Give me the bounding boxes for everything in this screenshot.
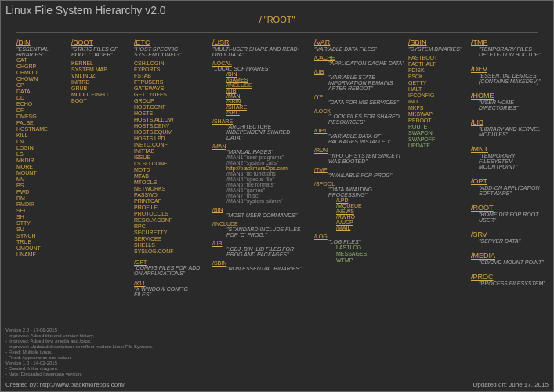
list-item: /UUCP xyxy=(336,220,404,225)
sbin-desc: "SYSTEM BINARIES" xyxy=(408,46,463,52)
list-item: HOSTS.ALLOW xyxy=(134,117,201,123)
usr-lib-label: /LIB xyxy=(212,241,306,246)
usr-share-label: /SHARE xyxy=(212,118,306,124)
list-item: IFCONFIG xyxy=(408,93,463,99)
list-item: TRUE xyxy=(16,239,63,245)
col-var: /VAR "VARIABLE DATA FILES" /CACHE"APPLIC… xyxy=(314,38,404,263)
list-item: /MAN1 "user programs" xyxy=(226,154,306,160)
var-lock-label: /LOCK xyxy=(314,108,404,114)
list-item: CP xyxy=(16,82,63,89)
boot-desc: "STATIC FILES OF BOOT LOADER" xyxy=(71,46,126,57)
list-item: /LIB xyxy=(226,88,306,93)
list-item: GRUB xyxy=(71,85,126,92)
col-sbin: /SBIN "SYSTEM BINARIES" FASTBOOTFASTHALT… xyxy=(408,38,463,149)
list-item: SWAPON xyxy=(408,130,463,136)
list-item: INIT xyxy=(408,99,463,105)
var-label: /VAR xyxy=(314,38,404,46)
list-item: GROUP xyxy=(134,98,201,104)
var-tmp-label: /TMP xyxy=(314,167,404,172)
list-item: MESSAGES xyxy=(336,251,404,257)
list-item: HOSTNAME xyxy=(16,126,63,132)
boot-label: /BOOT xyxy=(71,38,126,46)
side-home-label: /HOME xyxy=(471,92,549,100)
list-item: /MAN5 "file formats" xyxy=(226,182,306,187)
bin-label: /BIN xyxy=(16,38,63,46)
list-item: PRINTCAP xyxy=(134,198,201,205)
list-item: MKFS xyxy=(408,105,463,111)
list-item: DF xyxy=(16,107,63,114)
list-item: /SBIN xyxy=(226,99,306,104)
list-item: PROFILE xyxy=(134,205,201,211)
list-item: WTMP xyxy=(336,257,404,263)
side-mnt-label: /MNT xyxy=(471,145,549,153)
side-dev-label: /DEV xyxy=(471,65,549,73)
list-item: MTAB xyxy=(134,173,201,180)
var-lib-label: /LIB xyxy=(314,69,404,74)
list-item: /MAN7 "misc" xyxy=(226,193,306,198)
list-item: FASTBOOT xyxy=(408,55,463,61)
usr-bin-label: /BIN xyxy=(212,207,306,212)
side-lib-label: /LIB xyxy=(471,118,549,126)
list-item: CHMOD xyxy=(16,70,63,76)
list-item: UPDATE xyxy=(408,143,463,149)
list-item: HOST.CONF xyxy=(134,104,201,111)
list-item: DMESG xyxy=(16,114,63,120)
var-spool-label: /SPOOL xyxy=(314,181,404,187)
col-etc: /ETC "HOST SPECIFIC SYSTEM CONFIG" CSH.L… xyxy=(134,38,201,297)
list-item: /GAMES xyxy=(226,77,306,82)
list-item: GETTY xyxy=(408,80,463,86)
etc-opt-label: /OPT xyxy=(134,260,201,265)
list-item: SYNCH xyxy=(16,233,63,239)
highlight-link: http://blackmoreOps.com xyxy=(226,165,306,171)
list-item: FSCK xyxy=(408,74,463,80)
list-item: FASTHALT xyxy=(408,61,463,67)
divider xyxy=(16,32,538,33)
list-item: ROUTE xyxy=(408,124,463,130)
list-item: DATA xyxy=(16,89,63,95)
var-yp-label: /YP xyxy=(314,94,404,100)
list-item: RM xyxy=(16,195,63,201)
col-bin: /BIN "ESSENTIAL BINARIES" CATCHGRPCHMODC… xyxy=(16,38,63,258)
list-item: FSTAB xyxy=(134,73,201,79)
list-item: FDISK xyxy=(408,67,463,74)
list-item: DD xyxy=(16,95,63,101)
list-item: MTOOLS xyxy=(134,180,201,186)
list-item: CAT xyxy=(16,57,63,64)
list-item: HOSTS xyxy=(134,111,201,117)
list-item: /MAN3 "lib functions xyxy=(226,171,306,176)
usr-local-label: /LOCAL xyxy=(212,60,306,66)
etc-x11-desc: "X WINDOW CONFIG FILES" xyxy=(134,286,201,297)
list-item: MORE xyxy=(16,164,63,170)
list-item: PROTOCOLS xyxy=(134,211,201,217)
col-boot: /BOOT "STATIC FILES OF BOOT LOADER" KERN… xyxy=(71,38,126,104)
version-history: Version 2.0 - 17-06-2015- Improved: Adde… xyxy=(5,328,154,377)
list-item: EXPORTS xyxy=(134,67,201,73)
list-item: PS xyxy=(16,183,63,189)
list-item: CSH.LOGIN xyxy=(134,60,201,67)
list-item: PWD xyxy=(16,189,63,195)
list-item: /LPD xyxy=(336,198,404,203)
list-item: MKDIR xyxy=(16,158,63,164)
list-item: /MAN xyxy=(226,93,306,99)
list-item: /MAN8 "system admin" xyxy=(226,198,306,204)
list-item: INITRD xyxy=(71,79,126,85)
list-item: SYSTEM.MAP xyxy=(71,67,126,73)
var-run-label: /RUN xyxy=(314,147,404,153)
list-item: SECURETTY xyxy=(134,230,201,236)
list-item: UNAME xyxy=(16,252,63,258)
list-item: /SHARE xyxy=(226,104,306,110)
var-desc: "VARIABLE DATA FILES" xyxy=(314,46,404,52)
list-item: /MAIL xyxy=(336,225,404,230)
list-item: MOTD xyxy=(134,167,201,173)
list-item: VMLINUZ xyxy=(71,73,126,79)
usr-label: /USR xyxy=(212,38,306,46)
side-tmp-label: /TMP xyxy=(471,38,549,46)
usr-sbin-label: /SBIN xyxy=(212,260,306,266)
updated-date: Updated on: June 17, 2015 xyxy=(473,381,549,388)
list-item: SYSLOG.CONF xyxy=(134,249,201,255)
list-item: MODULEINFO xyxy=(71,92,126,98)
usr-desc: "MULTI-USER SHARE AND READ-ONLY DATA" xyxy=(212,46,306,57)
list-item: SED xyxy=(16,208,63,214)
list-item: SERVICES xyxy=(134,236,201,242)
list-item: /NEWS xyxy=(336,209,404,214)
